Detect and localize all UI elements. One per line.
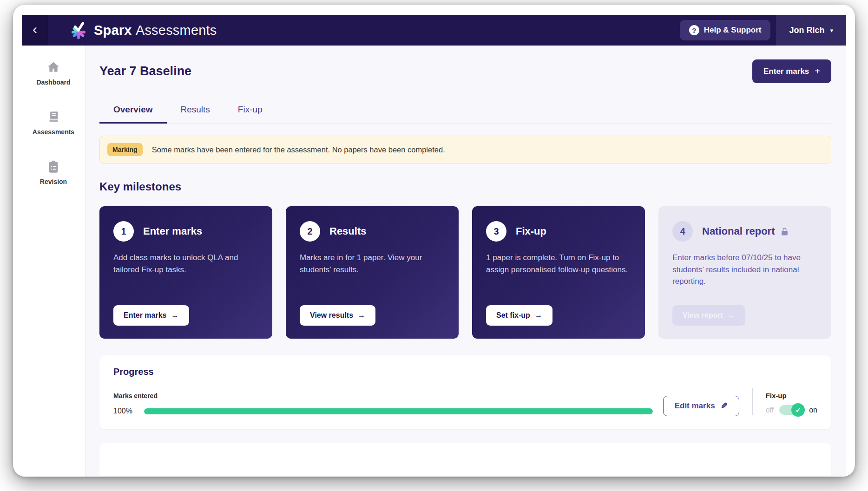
marking-status-text: Some marks have been entered for the ass… [152, 145, 445, 154]
marks-entered-label: Marks entered [113, 392, 653, 399]
plus-icon: + [815, 66, 820, 77]
edit-marks-label: Edit marks [675, 401, 715, 411]
vertical-divider [752, 388, 753, 415]
toggle-on-label: on [809, 406, 817, 414]
sidebar-item-dashboard[interactable]: Dashboard [22, 60, 85, 86]
tab-bar: Overview Results Fix-up [99, 100, 831, 124]
milestone-card-results: 2 Results Marks are in for 1 paper. View… [286, 206, 459, 339]
progress-bar-fill [144, 408, 653, 414]
milestone-card-national-report: 4 National report Enter marks before 07/… [658, 206, 831, 339]
sidebar-label: Assessments [33, 128, 74, 136]
milestone-title: National report [702, 225, 775, 237]
tab-overview[interactable]: Overview [99, 100, 167, 124]
progress-heading: Progress [113, 367, 817, 377]
help-support-button[interactable]: ? Help & Support [680, 20, 771, 40]
brand-name: Sparx [94, 23, 132, 38]
enter-marks-card-button[interactable]: Enter marks → [113, 305, 189, 326]
chevron-down-icon: ▾ [830, 27, 833, 34]
sparx-logo-icon [69, 20, 88, 40]
view-results-button[interactable]: View results → [300, 305, 375, 326]
sidebar-item-revision[interactable]: Revision [22, 160, 85, 185]
enter-marks-label: Enter marks [763, 67, 809, 76]
sidebar: Dashboard Assessments [22, 46, 85, 477]
key-milestones-heading: Key milestones [99, 180, 831, 193]
marking-status-badge: Marking [107, 143, 143, 156]
tab-fix-up[interactable]: Fix-up [224, 100, 276, 124]
milestone-title: Results [329, 225, 366, 237]
milestone-number: 2 [300, 221, 320, 242]
milestone-number: 4 [672, 221, 693, 242]
milestone-card-enter-marks: 1 Enter marks Add class marks to unlock … [99, 206, 272, 339]
card-button-label: Enter marks [124, 311, 167, 320]
next-section-card [99, 443, 831, 476]
milestone-title: Enter marks [143, 225, 202, 237]
milestone-cards: 1 Enter marks Add class marks to unlock … [99, 206, 831, 339]
tab-results[interactable]: Results [167, 100, 224, 124]
progress-panel: Progress Marks entered 100% Edit marks [99, 355, 831, 429]
edit-marks-button[interactable]: Edit marks ✎ [663, 396, 739, 416]
milestone-description: 1 paper is complete. Turn on Fix-up to a… [486, 252, 631, 275]
marking-status-banner: Marking Some marks have been entered for… [99, 136, 831, 164]
milestone-number: 3 [486, 221, 506, 242]
arrow-right-icon: → [728, 311, 735, 320]
page-title: Year 7 Baseline [99, 64, 191, 79]
milestone-card-fix-up: 3 Fix-up 1 paper is complete. Turn on Fi… [472, 206, 645, 339]
sidebar-label: Revision [40, 178, 67, 185]
view-report-button[interactable]: View report → [672, 305, 745, 326]
user-name: Jon Rich [789, 26, 824, 35]
back-chevron-icon: ‹ [33, 21, 37, 37]
arrow-right-icon: → [358, 311, 365, 320]
milestone-title: Fix-up [516, 225, 546, 237]
milestone-description: Add class marks to unlock QLA and tailor… [113, 252, 258, 275]
user-menu[interactable]: Jon Rich ▾ [776, 15, 846, 46]
sidebar-item-assessments[interactable]: Assessments [22, 110, 85, 136]
lock-icon [780, 227, 789, 236]
pencil-icon: ✎ [721, 401, 728, 411]
milestone-number: 1 [113, 221, 134, 242]
card-button-label: Set fix-up [496, 311, 530, 320]
home-icon [46, 60, 60, 74]
question-mark-icon: ? [689, 25, 699, 35]
brand-title: Sparx Assessments [94, 23, 217, 38]
clipboard-icon [47, 160, 60, 174]
card-button-label: View results [310, 311, 353, 320]
app-window: ‹ Sparx Assessments ? [13, 5, 855, 477]
milestone-description: Enter marks before 07/10/25 to have stud… [672, 252, 817, 288]
enter-marks-button[interactable]: Enter marks + [752, 59, 831, 83]
top-navigation-bar: ‹ Sparx Assessments ? [22, 15, 846, 46]
sidebar-label: Dashboard [36, 79, 70, 86]
topbar-right: ? Help & Support Jon Rich ▾ [680, 15, 846, 46]
toggle-off-label: off [766, 406, 774, 414]
progress-bar-track [144, 408, 653, 414]
fix-up-toggle[interactable]: ✓ [779, 405, 803, 415]
help-support-label: Help & Support [704, 26, 762, 35]
brand: Sparx Assessments [69, 15, 217, 46]
set-fix-up-button[interactable]: Set fix-up → [486, 305, 552, 326]
marks-entered-percent: 100% [113, 407, 135, 415]
fix-up-label: Fix-up [766, 392, 817, 399]
brand-product: Assessments [136, 23, 217, 38]
arrow-right-icon: → [171, 311, 179, 320]
book-icon [46, 110, 60, 124]
milestone-description: Marks are in for 1 paper. View your stud… [300, 252, 445, 275]
main-content: Year 7 Baseline Enter marks + Overview R… [85, 46, 846, 477]
arrow-right-icon: → [535, 311, 542, 320]
toggle-knob-check-icon: ✓ [791, 403, 805, 417]
card-button-label: View report [683, 311, 723, 320]
back-button[interactable]: ‹ [22, 15, 48, 46]
